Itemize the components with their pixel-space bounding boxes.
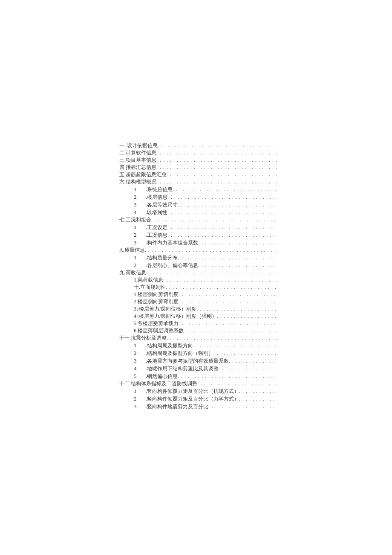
toc-text: .各地震方向参与振型的有效质量系数 bbox=[146, 357, 229, 365]
toc-leader-dots: . . . . . . . . . . . . . . . . . . . . … bbox=[178, 373, 277, 380]
toc-leader-dots: . . . . . . . . . . . . . . . . . . . . … bbox=[239, 395, 277, 403]
toc-prefix: 3 bbox=[134, 239, 142, 246]
toc-entry: 1.系统总信息 . . . . . . . . . . . . . . . . … bbox=[119, 186, 277, 193]
toc-text: 风荷载信息 bbox=[138, 276, 163, 284]
toc-entry: 四.指标汇总信息 . . . . . . . . . . . . . . . .… bbox=[119, 164, 277, 171]
toc-text: .结构周期及振型方向（强刚） bbox=[146, 350, 213, 357]
toc-leader-dots: . . . . . . . . . . . . . . . . . . . . … bbox=[193, 342, 277, 349]
toc-leader-dots: . . . . . . . . . . . . . . . . . . . . … bbox=[179, 320, 277, 327]
toc-leader-dots: . . . . . . . . . . . . . . . . . . . . … bbox=[208, 403, 277, 410]
toc-leader-dots: . . . . . . . . . . . . . . . . . . . . … bbox=[179, 291, 277, 298]
toc-prefix: 1. bbox=[134, 291, 138, 298]
toc-entry: 3.构件内力基本组合系数 . . . . . . . . . . . . . .… bbox=[119, 239, 277, 247]
toc-prefix: 1 bbox=[134, 224, 142, 231]
toc-prefix: 二. bbox=[119, 149, 126, 157]
toc-leader-dots: . . . . . . . . . . . . . . . . . . . . … bbox=[167, 334, 277, 342]
toc-entry: 3.各层等效尺寸 . . . . . . . . . . . . . . . .… bbox=[119, 201, 277, 209]
toc-prefix: 十一. bbox=[119, 334, 131, 342]
toc-prefix: 3 bbox=[134, 357, 142, 364]
toc-entry: 三.项目基本信息 . . . . . . . . . . . . . . . .… bbox=[119, 157, 277, 164]
toc-text: .构件内力基本组合系数 bbox=[146, 239, 198, 247]
toc-prefix: 1 bbox=[134, 186, 142, 193]
toc-leader-dots: . . . . . . . . . . . . . . . . . . . . … bbox=[163, 276, 277, 284]
toc-text: .工况设定 bbox=[146, 224, 167, 231]
toc-text: 立面规则性 bbox=[140, 284, 166, 291]
toc-entry: 1.工况设定 . . . . . . . . . . . . . . . . .… bbox=[119, 224, 277, 231]
toc-prefix: 十二. bbox=[119, 380, 131, 387]
toc-prefix: 四. bbox=[119, 164, 126, 171]
toc-text: 楼层剪力/层间位移）刚度（强刚） bbox=[139, 313, 217, 320]
toc-entry: 1.竖向构件倾覆力矩及百分比（抗规方式） . . . . . . . . . .… bbox=[119, 387, 277, 395]
toc-text: .以塔属性 bbox=[146, 209, 167, 216]
toc-leader-dots: . . . . . . . . . . . . . . . . . . . . … bbox=[167, 209, 277, 216]
toc-text: 楼层剪力/层间位移）刚度 bbox=[139, 305, 196, 313]
toc-text: 工况和组合 bbox=[126, 216, 151, 224]
toc-prefix: 4｣ bbox=[134, 313, 139, 320]
toc-leader-dots: . . . . . . . . . . . . . . . . . . . . … bbox=[167, 224, 277, 231]
toc-entry: 2.竖向构件倾覆力矩及百分比（力学方式） . . . . . . . . . .… bbox=[119, 395, 277, 403]
toc-prefix: 4 bbox=[134, 365, 142, 372]
toc-leader-dots: . . . . . . . . . . . . . . . . . . . . … bbox=[173, 186, 277, 193]
toc-text: .系统总信息 bbox=[146, 186, 173, 193]
toc-entry: 二.计算软件信息 . . . . . . . . . . . . . . . .… bbox=[119, 149, 277, 157]
toc-prefix: 1 bbox=[134, 254, 142, 261]
toc-prefix: 2 bbox=[134, 349, 142, 357]
toc-text: 质量信息 bbox=[124, 247, 145, 254]
toc-leader-dots: . . . . . . . . . . . . . . . . . . . . … bbox=[184, 327, 277, 334]
toc-entry: 2.各层刚心、偏心率信息 . . . . . . . . . . . . . .… bbox=[119, 262, 277, 269]
toc-entry: 3.各地震方向参与振型的有效质量系数 . . . . . . . . . . .… bbox=[119, 357, 277, 365]
toc-leader-dots: . . . . . . . . . . . . . . . . . . . . … bbox=[213, 350, 277, 357]
toc-entry: 2.楼层信息 . . . . . . . . . . . . . . . . .… bbox=[119, 193, 277, 201]
toc-text: .各层等效尺寸 bbox=[146, 201, 178, 209]
toc-prefix: 5. bbox=[134, 320, 138, 327]
toc-entry: 九.荷教信息 . . . . . . . . . . . . . . . . .… bbox=[119, 269, 277, 276]
toc-entry: 1.结构质量分布 . . . . . . . . . . . . . . . .… bbox=[119, 254, 277, 262]
toc-leader-dots: . . . . . . . . . . . . . . . . . . . . … bbox=[156, 178, 277, 186]
toc-leader-dots: . . . . . . . . . . . . . . . . . . . . … bbox=[198, 239, 277, 247]
toc-prefix: 五. bbox=[119, 171, 126, 178]
toc-leader-dots: . . . . . . . . . . . . . . . . . . . . … bbox=[217, 313, 277, 320]
toc-text: 抗震分析及调整 bbox=[131, 334, 167, 342]
toc-text: .结构质量分布 bbox=[146, 254, 178, 262]
toc-entry: 十一.抗震分析及调整 . . . . . . . . . . . . . . .… bbox=[119, 334, 277, 342]
toc-text: 指标汇总信息 bbox=[126, 164, 156, 171]
toc-leader-dots: . . . . . . . . . . . . . . . . . . . . … bbox=[219, 365, 277, 372]
toc-text: .竖向构件倾覆力矩及百分比（抗规方式） bbox=[146, 388, 239, 395]
toc-text: 结构体系指标及二道防线调整 bbox=[131, 380, 197, 387]
toc-text: 各楼层受剪承载力 bbox=[138, 320, 179, 327]
toc-entry: 4.以塔属性 . . . . . . . . . . . . . . . . .… bbox=[119, 209, 277, 216]
toc-text: 楼层侧向剪弯刚度 bbox=[138, 298, 179, 305]
toc-prefix: 六. bbox=[119, 178, 126, 186]
toc-prefix: 十. bbox=[134, 284, 140, 291]
toc-leader-dots: . . . . . . . . . . . . . . . . . . . . … bbox=[156, 157, 277, 164]
toc-text: .竖向构件地震剪力及百分比 bbox=[146, 403, 208, 410]
toc-entry: 1.结构周期及振型方向 . . . . . . . . . . . . . . … bbox=[119, 342, 277, 349]
toc-prefix: 九. bbox=[119, 269, 126, 276]
toc-text: .楼层信息 bbox=[146, 194, 167, 201]
toc-text: .工况信息 bbox=[146, 232, 167, 239]
toc-text: .地罐作用下结构剪重比及其调整 bbox=[146, 365, 219, 372]
toc-entry: 4｣楼层剪力/层间位移）刚度（强刚） . . . . . . . . . . .… bbox=[119, 313, 277, 320]
toc-text: .各层刚心、偏心率信息 bbox=[146, 262, 198, 269]
toc-entry: 2.结构周期及振型方向（强刚） . . . . . . . . . . . . … bbox=[119, 349, 277, 357]
toc-prefix: 2 bbox=[134, 193, 142, 200]
toc-container: 一 .设计依据信息 . . . . . . . . . . . . . . . … bbox=[119, 142, 277, 410]
toc-prefix: 七. bbox=[119, 216, 126, 224]
toc-leader-dots: . . . . . . . . . . . . . . . . . . . . … bbox=[151, 216, 277, 224]
toc-entry: 一 .设计依据信息 . . . . . . . . . . . . . . . … bbox=[119, 142, 277, 149]
toc-leader-dots: . . . . . . . . . . . . . . . . . . . . … bbox=[158, 142, 277, 149]
toc-leader-dots: . . . . . . . . . . . . . . . . . . . . … bbox=[196, 305, 277, 313]
toc-entry: 4.地罐作用下结构剪重比及其调整 . . . . . . . . . . . .… bbox=[119, 365, 277, 372]
toc-leader-dots: . . . . . . . . . . . . . . . . . . . . … bbox=[166, 284, 277, 291]
toc-prefix: 2 bbox=[134, 231, 142, 238]
toc-text: 设计依据信息 bbox=[127, 142, 158, 149]
toc-entry: A.质量信息 . . . . . . . . . . . . . . . . .… bbox=[119, 247, 277, 254]
toc-prefix: 三. bbox=[119, 157, 126, 164]
toc-leader-dots: . . . . . . . . . . . . . . . . . . . . … bbox=[197, 380, 277, 387]
toc-leader-dots: . . . . . . . . . . . . . . . . . . . . … bbox=[156, 164, 277, 171]
toc-text: .结构周期及振型方向 bbox=[146, 342, 193, 349]
toc-entry: 2.工况信息 . . . . . . . . . . . . . . . . .… bbox=[119, 231, 277, 239]
toc-prefix: 一 . bbox=[119, 142, 127, 149]
toc-text: 计算软件信息 bbox=[126, 149, 156, 157]
toc-leader-dots: . . . . . . . . . . . . . . . . . . . . … bbox=[145, 247, 277, 254]
